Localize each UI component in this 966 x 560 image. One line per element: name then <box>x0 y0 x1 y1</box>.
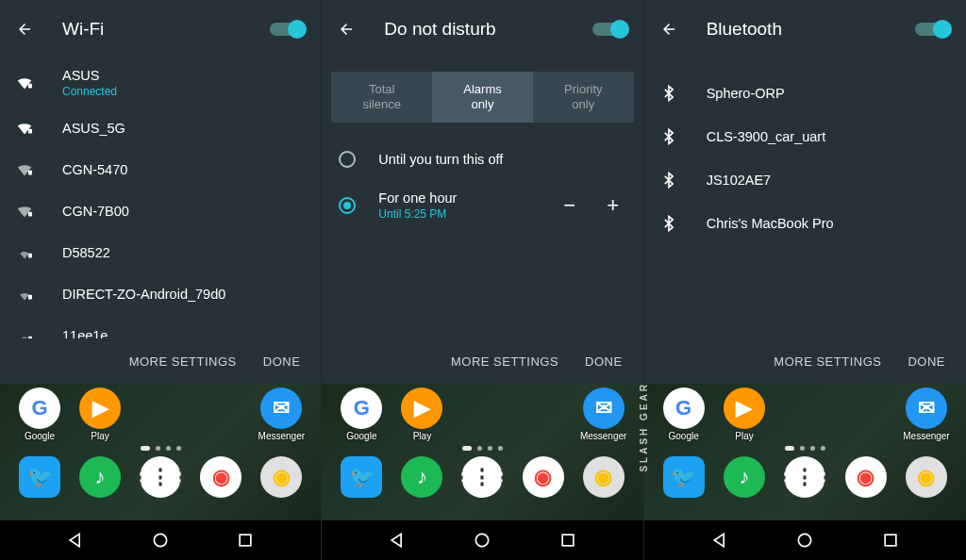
app-google[interactable]: GGoogle <box>654 387 714 441</box>
wifi-network-item[interactable]: ASUS_5G <box>0 107 321 149</box>
wifi-network-item[interactable]: DIRECT-ZO-Android_79d0 <box>0 273 321 315</box>
app-play[interactable]: ▶Play <box>391 387 452 441</box>
wifi-name: DIRECT-ZO-Android_79d0 <box>62 287 225 302</box>
dnd-option-one-hour[interactable]: For one hour Until 5:25 PM − + <box>322 179 642 232</box>
wifi-title: Wi-Fi <box>62 19 270 40</box>
wifi-signal-icon <box>13 241 36 264</box>
app-messenger[interactable]: ✉Messenger <box>896 387 957 441</box>
minus-button[interactable]: − <box>557 193 583 218</box>
nav-recents-icon[interactable] <box>881 531 900 550</box>
svg-rect-10 <box>562 535 574 546</box>
svg-rect-5 <box>28 295 32 300</box>
bluetooth-device-name: JS102AE7 <box>707 173 772 188</box>
more-settings-button[interactable]: MORE SETTINGS <box>438 345 572 378</box>
app-spotify[interactable]: ♪ <box>714 456 774 498</box>
wifi-list: ASUS Connected ASUS_5G CGN-5470 CGN-7B00… <box>0 58 321 338</box>
wifi-network-item[interactable]: 11ee1e <box>0 315 321 338</box>
done-button[interactable]: DONE <box>572 345 636 378</box>
dnd-header: Do not disturb <box>322 0 642 58</box>
app-chrome[interactable]: ◉ <box>836 456 896 498</box>
app-twitter[interactable]: 🐦 <box>654 456 714 498</box>
nav-recents-icon[interactable] <box>558 531 577 550</box>
dnd-option-label: Until you turn this off <box>378 152 503 167</box>
bluetooth-title: Bluetooth <box>707 19 915 40</box>
app-camera[interactable]: ◉ <box>251 456 311 498</box>
svg-rect-1 <box>28 129 32 134</box>
bluetooth-device-item[interactable]: JS102AE7 <box>644 158 966 202</box>
bluetooth-icon <box>658 82 680 105</box>
android-navbar <box>0 520 321 560</box>
tab-alarms-only[interactable]: Alarmsonly <box>432 72 533 123</box>
wifi-toggle[interactable] <box>270 23 302 36</box>
nav-home-icon[interactable] <box>795 531 814 550</box>
svg-point-9 <box>476 534 489 546</box>
app-chrome[interactable]: ◉ <box>513 456 574 498</box>
dnd-option-sublabel: Until 5:25 PM <box>378 207 457 221</box>
bluetooth-device-item[interactable]: Chris's MacBook Pro <box>644 202 966 245</box>
app-camera[interactable]: ◉ <box>896 456 957 498</box>
plus-button[interactable]: + <box>600 193 626 218</box>
duration-stepper: − + <box>557 193 626 218</box>
app-messenger[interactable]: ✉Messenger <box>251 387 311 441</box>
app-spotify[interactable]: ♪ <box>70 456 130 498</box>
wifi-network-item[interactable]: CGN-7B00 <box>0 190 321 232</box>
wifi-signal-icon <box>13 158 36 181</box>
panel-footer: MORE SETTINGS DONE <box>322 338 642 384</box>
bluetooth-toggle[interactable] <box>915 23 947 36</box>
nav-home-icon[interactable] <box>151 531 170 550</box>
svg-point-11 <box>799 534 811 546</box>
app-google[interactable]: GGoogle <box>9 387 70 441</box>
more-settings-button[interactable]: MORE SETTINGS <box>116 345 250 378</box>
svg-rect-3 <box>28 212 32 217</box>
bluetooth-icon <box>658 212 680 235</box>
done-button[interactable]: DONE <box>894 345 958 378</box>
nav-home-icon[interactable] <box>473 531 491 550</box>
app-spotify[interactable]: ♪ <box>391 456 452 498</box>
wifi-name: D58522 <box>62 245 110 260</box>
more-settings-button[interactable]: MORE SETTINGS <box>760 345 894 378</box>
bluetooth-device-item[interactable]: CLS-3900_car_uart <box>644 115 966 158</box>
app-drawer[interactable]: ⋮⋮⋮ <box>452 456 512 498</box>
page-indicator <box>644 441 966 454</box>
dock-top-row: GGoogle ▶Play ✉Messenger <box>0 384 321 441</box>
app-messenger[interactable]: ✉Messenger <box>574 387 634 441</box>
android-navbar <box>644 520 966 560</box>
nav-back-icon[interactable] <box>710 531 729 550</box>
wifi-signal-icon <box>13 117 36 140</box>
back-icon[interactable] <box>335 18 358 41</box>
radio-icon <box>339 151 356 168</box>
bluetooth-panel: Bluetooth Sphero-ORP CLS-3900_car_uart J… <box>644 0 966 560</box>
wifi-network-item[interactable]: D58522 <box>0 232 321 273</box>
app-twitter[interactable]: 🐦 <box>331 456 391 498</box>
tab-priority-only[interactable]: Priorityonly <box>533 72 634 123</box>
app-google[interactable]: GGoogle <box>331 387 391 441</box>
app-twitter[interactable]: 🐦 <box>9 456 70 498</box>
app-play[interactable]: ▶Play <box>714 387 774 441</box>
app-camera[interactable]: ◉ <box>574 456 634 498</box>
bluetooth-device-item[interactable]: Sphero-ORP <box>644 72 966 115</box>
wifi-header: Wi-Fi <box>0 0 321 58</box>
nav-back-icon[interactable] <box>388 531 407 550</box>
wifi-signal-icon <box>13 200 36 222</box>
home-dock: GGoogle ▶Play ✉Messenger 🐦 ♪ ⋮⋮⋮ ◉ ◉ <box>0 384 321 520</box>
app-drawer[interactable]: ⋮⋮⋮ <box>130 456 191 498</box>
app-play[interactable]: ▶Play <box>70 387 130 441</box>
nav-back-icon[interactable] <box>66 531 85 550</box>
wifi-name: ASUS <box>62 68 117 83</box>
nav-recents-icon[interactable] <box>236 531 255 550</box>
app-chrome[interactable]: ◉ <box>191 456 251 498</box>
bluetooth-device-name: Chris's MacBook Pro <box>707 216 834 231</box>
bluetooth-header: Bluetooth <box>644 0 966 58</box>
wifi-network-item[interactable]: ASUS Connected <box>0 58 321 107</box>
done-button[interactable]: DONE <box>250 345 314 378</box>
wifi-network-item[interactable]: CGN-5470 <box>0 149 321 190</box>
dnd-option-until-off[interactable]: Until you turn this off <box>322 140 642 179</box>
back-icon[interactable] <box>13 18 36 41</box>
panel-footer: MORE SETTINGS DONE <box>0 338 321 384</box>
dnd-toggle[interactable] <box>592 23 625 36</box>
app-drawer[interactable]: ⋮⋮⋮ <box>774 456 835 498</box>
page-indicator <box>322 441 642 454</box>
svg-point-7 <box>154 534 166 546</box>
back-icon[interactable] <box>658 18 680 41</box>
tab-total-silence[interactable]: Totalsilence <box>331 72 432 123</box>
